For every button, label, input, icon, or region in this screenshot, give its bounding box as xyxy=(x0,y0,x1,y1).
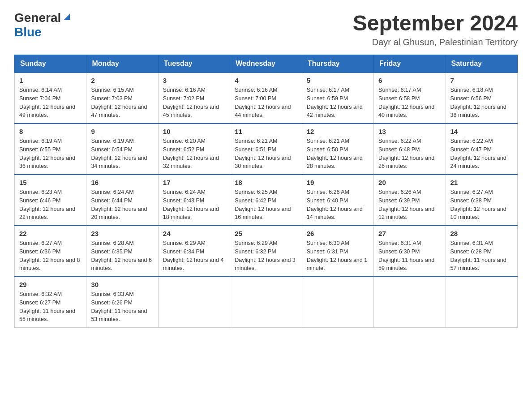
calendar-cell xyxy=(374,277,446,328)
day-info: Sunrise: 6:15 AMSunset: 7:03 PMDaylight:… xyxy=(91,86,153,120)
day-number: 26 xyxy=(307,230,369,237)
day-number: 6 xyxy=(378,77,441,84)
day-info: Sunrise: 6:19 AMSunset: 6:55 PMDaylight:… xyxy=(19,137,82,171)
calendar-cell xyxy=(302,277,373,328)
calendar-week-row: 29Sunrise: 6:32 AMSunset: 6:27 PMDayligh… xyxy=(15,277,518,328)
calendar-cell: 14Sunrise: 6:22 AMSunset: 6:47 PMDayligh… xyxy=(446,124,517,175)
day-number: 20 xyxy=(378,179,441,186)
day-info: Sunrise: 6:18 AMSunset: 6:56 PMDaylight:… xyxy=(450,86,513,120)
calendar-cell xyxy=(158,277,230,328)
calendar-cell: 6Sunrise: 6:17 AMSunset: 6:58 PMDaylight… xyxy=(374,73,446,124)
title-area: September 2024 Dayr al Ghusun, Palestini… xyxy=(353,11,518,47)
day-info: Sunrise: 6:33 AMSunset: 6:26 PMDaylight:… xyxy=(91,290,153,324)
day-header-wednesday: Wednesday xyxy=(230,55,302,73)
day-number: 16 xyxy=(91,179,153,186)
day-number: 4 xyxy=(235,77,297,84)
day-number: 17 xyxy=(163,179,225,186)
day-number: 14 xyxy=(450,128,513,135)
day-number: 9 xyxy=(91,128,153,135)
calendar-cell: 11Sunrise: 6:21 AMSunset: 6:51 PMDayligh… xyxy=(230,124,302,175)
calendar-cell: 26Sunrise: 6:30 AMSunset: 6:31 PMDayligh… xyxy=(302,226,373,277)
calendar-cell: 24Sunrise: 6:29 AMSunset: 6:34 PMDayligh… xyxy=(158,226,230,277)
calendar-cell: 12Sunrise: 6:21 AMSunset: 6:50 PMDayligh… xyxy=(302,124,373,175)
calendar-body: 1Sunrise: 6:14 AMSunset: 7:04 PMDaylight… xyxy=(15,73,518,328)
calendar-cell: 13Sunrise: 6:22 AMSunset: 6:48 PMDayligh… xyxy=(374,124,446,175)
calendar-cell: 20Sunrise: 6:26 AMSunset: 6:39 PMDayligh… xyxy=(374,175,446,226)
day-number: 8 xyxy=(19,128,82,135)
day-info: Sunrise: 6:26 AMSunset: 6:39 PMDaylight:… xyxy=(378,188,441,222)
calendar-cell: 10Sunrise: 6:20 AMSunset: 6:52 PMDayligh… xyxy=(158,124,230,175)
day-header-monday: Monday xyxy=(86,55,158,73)
calendar-cell: 25Sunrise: 6:29 AMSunset: 6:32 PMDayligh… xyxy=(230,226,302,277)
calendar-cell: 4Sunrise: 6:16 AMSunset: 7:00 PMDaylight… xyxy=(230,73,302,124)
day-number: 25 xyxy=(235,230,297,237)
calendar-cell: 30Sunrise: 6:33 AMSunset: 6:26 PMDayligh… xyxy=(86,277,158,328)
day-info: Sunrise: 6:21 AMSunset: 6:50 PMDaylight:… xyxy=(307,137,369,171)
calendar-cell: 1Sunrise: 6:14 AMSunset: 7:04 PMDaylight… xyxy=(15,73,86,124)
day-number: 2 xyxy=(91,77,153,84)
day-number: 3 xyxy=(163,77,225,84)
day-number: 11 xyxy=(235,128,297,135)
calendar-cell: 5Sunrise: 6:17 AMSunset: 6:59 PMDaylight… xyxy=(302,73,373,124)
day-info: Sunrise: 6:31 AMSunset: 6:30 PMDaylight:… xyxy=(378,239,441,273)
day-number: 18 xyxy=(235,179,297,186)
calendar-cell: 2Sunrise: 6:15 AMSunset: 7:03 PMDaylight… xyxy=(86,73,158,124)
day-number: 24 xyxy=(163,230,225,237)
day-info: Sunrise: 6:19 AMSunset: 6:54 PMDaylight:… xyxy=(91,137,153,171)
day-info: Sunrise: 6:32 AMSunset: 6:27 PMDaylight:… xyxy=(19,290,82,324)
day-number: 19 xyxy=(307,179,369,186)
calendar-title: September 2024 xyxy=(353,11,518,35)
calendar-cell: 21Sunrise: 6:27 AMSunset: 6:38 PMDayligh… xyxy=(446,175,517,226)
day-header-sunday: Sunday xyxy=(15,55,86,73)
day-info: Sunrise: 6:30 AMSunset: 6:31 PMDaylight:… xyxy=(307,239,369,273)
day-number: 29 xyxy=(19,281,82,288)
day-info: Sunrise: 6:16 AMSunset: 7:02 PMDaylight:… xyxy=(163,86,225,120)
logo-general-text: General xyxy=(14,11,61,25)
logo-blue-text: Blue xyxy=(14,25,42,39)
day-info: Sunrise: 6:24 AMSunset: 6:43 PMDaylight:… xyxy=(163,188,225,222)
calendar-cell: 27Sunrise: 6:31 AMSunset: 6:30 PMDayligh… xyxy=(374,226,446,277)
day-info: Sunrise: 6:29 AMSunset: 6:32 PMDaylight:… xyxy=(235,239,297,273)
calendar-cell: 15Sunrise: 6:23 AMSunset: 6:46 PMDayligh… xyxy=(15,175,86,226)
day-number: 28 xyxy=(450,230,513,237)
day-info: Sunrise: 6:22 AMSunset: 6:47 PMDaylight:… xyxy=(450,137,513,171)
day-info: Sunrise: 6:22 AMSunset: 6:48 PMDaylight:… xyxy=(378,137,441,171)
calendar-week-row: 8Sunrise: 6:19 AMSunset: 6:55 PMDaylight… xyxy=(15,124,518,175)
calendar-week-row: 22Sunrise: 6:27 AMSunset: 6:36 PMDayligh… xyxy=(15,226,518,277)
day-info: Sunrise: 6:14 AMSunset: 7:04 PMDaylight:… xyxy=(19,86,82,120)
day-info: Sunrise: 6:28 AMSunset: 6:35 PMDaylight:… xyxy=(91,239,153,273)
day-info: Sunrise: 6:17 AMSunset: 6:58 PMDaylight:… xyxy=(378,86,441,120)
calendar-subtitle: Dayr al Ghusun, Palestinian Territory xyxy=(353,37,518,47)
day-header-saturday: Saturday xyxy=(446,55,517,73)
day-info: Sunrise: 6:29 AMSunset: 6:34 PMDaylight:… xyxy=(163,239,225,273)
page-header: General Blue September 2024 Dayr al Ghus… xyxy=(14,11,518,47)
day-number: 21 xyxy=(450,179,513,186)
calendar-cell: 29Sunrise: 6:32 AMSunset: 6:27 PMDayligh… xyxy=(15,277,86,328)
day-header-thursday: Thursday xyxy=(302,55,373,73)
calendar-cell: 16Sunrise: 6:24 AMSunset: 6:44 PMDayligh… xyxy=(86,175,158,226)
calendar-cell xyxy=(230,277,302,328)
day-number: 23 xyxy=(91,230,153,237)
day-info: Sunrise: 6:20 AMSunset: 6:52 PMDaylight:… xyxy=(163,137,225,171)
day-info: Sunrise: 6:27 AMSunset: 6:36 PMDaylight:… xyxy=(19,239,82,273)
calendar-cell: 19Sunrise: 6:26 AMSunset: 6:40 PMDayligh… xyxy=(302,175,373,226)
day-number: 7 xyxy=(450,77,513,84)
day-info: Sunrise: 6:31 AMSunset: 6:28 PMDaylight:… xyxy=(450,239,513,273)
day-number: 13 xyxy=(378,128,441,135)
day-number: 15 xyxy=(19,179,82,186)
calendar-cell xyxy=(446,277,517,328)
day-info: Sunrise: 6:27 AMSunset: 6:38 PMDaylight:… xyxy=(450,188,513,222)
day-number: 5 xyxy=(307,77,369,84)
day-number: 10 xyxy=(163,128,225,135)
calendar-cell: 28Sunrise: 6:31 AMSunset: 6:28 PMDayligh… xyxy=(446,226,517,277)
calendar-cell: 17Sunrise: 6:24 AMSunset: 6:43 PMDayligh… xyxy=(158,175,230,226)
calendar-week-row: 1Sunrise: 6:14 AMSunset: 7:04 PMDaylight… xyxy=(15,73,518,124)
calendar-cell: 22Sunrise: 6:27 AMSunset: 6:36 PMDayligh… xyxy=(15,226,86,277)
day-info: Sunrise: 6:16 AMSunset: 7:00 PMDaylight:… xyxy=(235,86,297,120)
calendar-cell: 8Sunrise: 6:19 AMSunset: 6:55 PMDaylight… xyxy=(15,124,86,175)
calendar-cell: 23Sunrise: 6:28 AMSunset: 6:35 PMDayligh… xyxy=(86,226,158,277)
day-number: 27 xyxy=(378,230,441,237)
calendar-cell: 3Sunrise: 6:16 AMSunset: 7:02 PMDaylight… xyxy=(158,73,230,124)
calendar-week-row: 15Sunrise: 6:23 AMSunset: 6:46 PMDayligh… xyxy=(15,175,518,226)
calendar-table: SundayMondayTuesdayWednesdayThursdayFrid… xyxy=(14,55,518,328)
